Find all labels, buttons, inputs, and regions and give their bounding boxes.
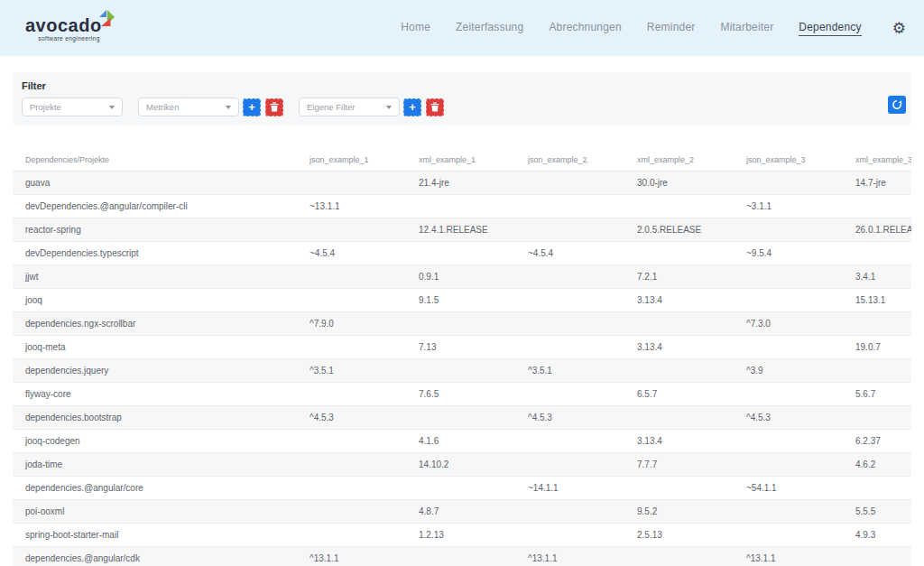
version-cell: ~9.5.4	[746, 248, 855, 258]
table-row: poi-ooxml4.8.79.5.25.5.5	[13, 500, 911, 524]
dependency-table: Dependencies/Projektejson_example_1xml_e…	[13, 148, 911, 566]
table-row: devDependencies.typescript~4.5.4~4.5.4~9…	[13, 242, 911, 265]
nav-item-reminder[interactable]: Reminder	[647, 21, 696, 35]
version-cell: ^13.1.1	[310, 553, 419, 563]
dependency-name: devDependencies.@angular/compiler-cli	[13, 201, 310, 211]
version-cell: ~13.1.1	[310, 201, 419, 211]
settings-gear-icon[interactable]: ⚙	[892, 21, 906, 36]
version-cell: ^7.9.0	[310, 319, 419, 329]
dependency-name: poi-ooxml	[13, 506, 310, 516]
dependency-name: jooq-codegen	[13, 436, 310, 446]
version-cell: ^3.5.1	[528, 366, 637, 376]
nav-item-mitarbeiter[interactable]: Mitarbeiter	[720, 21, 773, 35]
version-cell: 4.1.6	[419, 436, 528, 446]
logo-tagline: software engineering	[38, 35, 99, 42]
add-custom-filter-button[interactable]: +	[403, 98, 421, 116]
version-cell: 4.9.3	[855, 530, 911, 540]
caret-down-icon	[109, 106, 115, 109]
projects-select-value: Projekte	[30, 102, 109, 112]
version-cell: ~14.1.1	[528, 483, 637, 493]
column-header: json_example_3	[746, 155, 855, 164]
table-row: dependencies.@angular/cdk^13.1.1^13.1.1^…	[13, 547, 911, 566]
table-row: jjwt0.9.17.2.13.4.1	[13, 265, 911, 289]
dependency-name: jooq	[13, 295, 310, 305]
nav-item-dependency[interactable]: Dependency	[799, 21, 861, 36]
version-cell: 4.8.7	[419, 506, 528, 516]
table-row: spring-boot-starter-mail1.2.132.5.134.9.…	[13, 524, 911, 547]
table-row: dependencies.@angular/core~14.1.1~54.1.1	[13, 477, 911, 500]
version-cell: 5.5.5	[855, 506, 911, 516]
trash-icon	[270, 102, 279, 112]
caret-down-icon	[386, 106, 392, 109]
dependency-name: dependencies.bootstrap	[13, 413, 310, 422]
version-cell: ^7.3.0	[746, 319, 855, 329]
dependency-name: flyway-core	[13, 389, 310, 399]
column-header: xml_example_2	[637, 155, 746, 164]
column-header: xml_example_3	[855, 155, 911, 164]
nav-item-zeiterfassung[interactable]: Zeiterfassung	[456, 21, 523, 35]
delete-metric-button[interactable]	[265, 98, 283, 116]
version-cell: 30.0-jre	[637, 178, 746, 188]
version-cell: 15.13.1	[855, 295, 911, 305]
version-cell: ^13.1.1	[528, 553, 637, 563]
filter-title: Filter	[22, 80, 902, 91]
version-cell: ^13.1.1	[746, 553, 855, 563]
version-cell: 2.5.13	[637, 530, 746, 540]
version-cell: 12.4.1.RELEASE	[419, 225, 528, 235]
column-header: json_example_2	[528, 155, 637, 164]
version-cell: 3.13.4	[637, 295, 746, 305]
dependency-name: dependencies.ngx-scrollbar	[13, 319, 310, 329]
dependency-name: joda-time	[13, 459, 310, 469]
version-cell: 3.13.4	[637, 436, 746, 446]
version-cell: ^3.5.1	[310, 366, 419, 376]
version-cell: ^4.5.3	[528, 413, 637, 422]
dependency-name: dependencies.@angular/core	[13, 483, 310, 493]
table-row: devDependencies.@angular/compiler-cli~13…	[13, 195, 911, 218]
filter-controls: Projekte Metriken + Eigene Filter	[22, 97, 902, 116]
nav-item-home[interactable]: Home	[401, 21, 430, 35]
filter-panel: Filter Projekte Metriken +	[13, 72, 911, 125]
nav-item-abrechnungen[interactable]: Abrechnungen	[549, 21, 621, 35]
metrics-select[interactable]: Metriken	[138, 97, 239, 116]
version-cell: 9.1.5	[419, 295, 528, 305]
dependency-name: jjwt	[13, 272, 310, 282]
table-row: dependencies.jquery^3.5.1^3.5.1^3.9	[13, 359, 911, 383]
trash-icon	[430, 102, 439, 112]
version-cell: 21.4-jre	[419, 178, 528, 188]
logo-wordmark: avocado	[25, 16, 102, 34]
version-cell: 9.5.2	[637, 506, 746, 516]
version-cell: 14.7-jre	[855, 178, 911, 188]
caret-down-icon	[226, 106, 231, 109]
version-cell: 7.2.1	[637, 272, 746, 282]
refresh-button[interactable]	[888, 96, 906, 114]
version-cell: 0.9.1	[419, 272, 528, 282]
add-metric-button[interactable]: +	[243, 98, 261, 116]
version-cell: 14.10.2	[419, 459, 528, 469]
table-row: jooq-codegen4.1.63.13.46.2.37	[13, 430, 911, 453]
column-header: json_example_1	[310, 155, 419, 164]
dependency-name: dependencies.jquery	[13, 366, 310, 376]
version-cell: ^4.5.3	[310, 413, 419, 422]
version-cell: ~4.5.4	[310, 248, 419, 258]
projects-select[interactable]: Projekte	[22, 97, 123, 116]
dependency-name: devDependencies.typescript	[13, 248, 310, 258]
custom-filter-select[interactable]: Eigene Filter	[299, 97, 400, 116]
delete-custom-filter-button[interactable]	[426, 98, 444, 116]
main-nav: HomeZeiterfassungAbrechnungenReminderMit…	[401, 21, 862, 36]
app-header: avocado software engineering HomeZeiterf…	[0, 0, 924, 56]
version-cell: 4.6.2	[855, 459, 911, 469]
table-header-row: Dependencies/Projektejson_example_1xml_e…	[13, 148, 911, 172]
metrics-select-value: Metriken	[146, 102, 226, 112]
column-header: Dependencies/Projekte	[13, 155, 310, 164]
version-cell: 3.4.1	[855, 272, 911, 282]
table-row: guava21.4-jre30.0-jre14.7-jre	[13, 172, 911, 195]
dependency-name: reactor-spring	[13, 225, 310, 235]
version-cell: 7.6.5	[419, 389, 528, 399]
version-cell: 19.0.7	[855, 342, 911, 352]
dependency-name: spring-boot-starter-mail	[13, 530, 310, 540]
logo: avocado software engineering	[25, 16, 102, 42]
version-cell: 6.5.7	[637, 389, 746, 399]
version-cell: 6.2.37	[855, 436, 911, 446]
version-cell: 26.0.1.RELEASE	[855, 225, 911, 235]
version-cell: 7.13	[419, 342, 528, 352]
